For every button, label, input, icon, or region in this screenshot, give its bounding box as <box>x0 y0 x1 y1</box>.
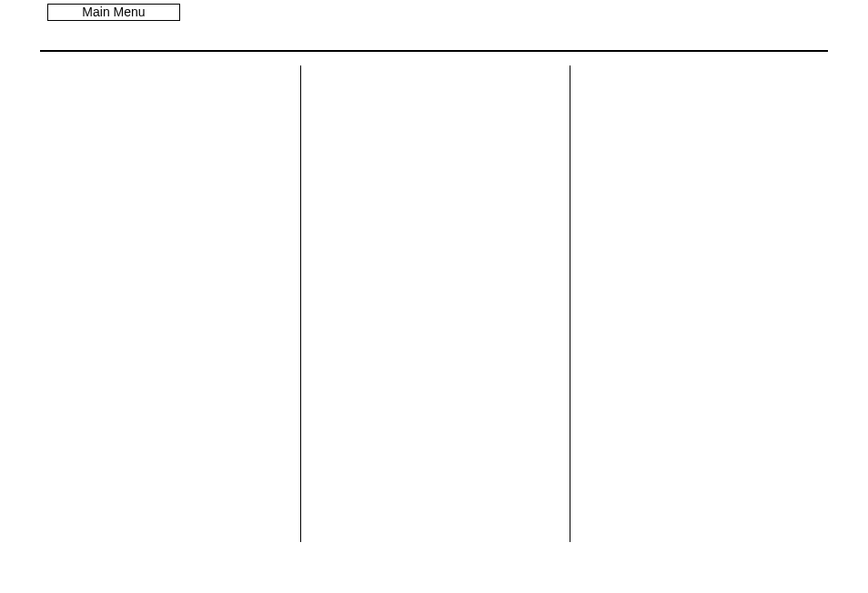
horizontal-divider <box>40 50 828 52</box>
vertical-divider-left <box>300 65 301 542</box>
vertical-divider-right <box>570 65 570 542</box>
main-menu-button[interactable]: Main Menu <box>47 4 180 21</box>
